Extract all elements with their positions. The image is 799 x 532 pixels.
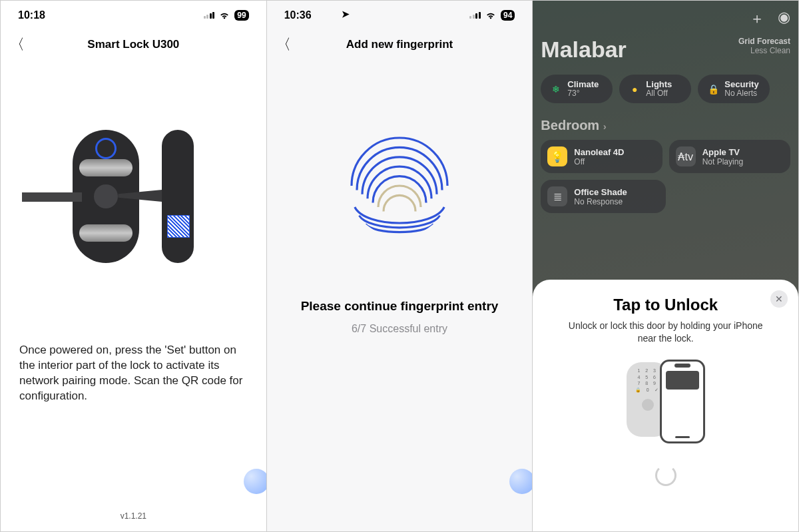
pill-sub: No Alerts (724, 89, 758, 98)
sheet-title: Tap to Unlock (545, 296, 786, 314)
accessory-icon: 💡 (547, 146, 567, 166)
accessory-tile-nanoleaf-4d[interactable]: 💡Nanoleaf 4DOff (541, 140, 662, 173)
tap-to-unlock-sheet: ✕ Tap to Unlock Unlock or lock this door… (533, 280, 798, 531)
lock-led-ring (95, 138, 117, 159)
home-name[interactable]: Malabar (541, 37, 627, 63)
accessory-status: Not Playing (702, 157, 743, 166)
accessory-tile-apple-tv[interactable]: ₳tvApple TVNot Playing (669, 140, 790, 173)
pill-sub: All Off (646, 89, 672, 98)
page-title: Smart Lock U300 (87, 38, 179, 51)
status-bar: 10:18 99 (1, 1, 266, 30)
accessory-tile-office-shade[interactable]: ≣Office ShadeNo Response (541, 180, 665, 213)
fingerprint-message: Please continue fingerprint entry (267, 299, 533, 314)
status-pill-climate[interactable]: ❄︎Climate73° (541, 75, 613, 103)
battery-percent: 99 (234, 10, 248, 21)
status-icon: ● (629, 83, 641, 95)
loading-spinner (655, 465, 676, 486)
status-pill-security[interactable]: 🔒SecurityNo Alerts (698, 75, 770, 103)
pill-label: Security (724, 80, 758, 89)
sheet-subtitle: Unlock or lock this door by holding your… (545, 320, 786, 345)
accessory-icon: ≣ (547, 186, 567, 206)
grid-forecast[interactable]: Grid Forecast Less Clean (738, 37, 790, 55)
battery-slot (79, 224, 133, 242)
cellular-icon (204, 12, 215, 19)
accessory-icon: ₳tv (676, 146, 696, 166)
accessory-name: Office Shade (574, 187, 627, 197)
location-icon: ➤ (342, 9, 350, 19)
nav-bar: 〈 Smart Lock U300 (1, 30, 266, 59)
status-icon: 🔒 (707, 83, 719, 95)
cellular-icon (469, 12, 481, 19)
accessory-status: Off (574, 157, 624, 166)
screen-smart-lock-setup: 10:18 99 〈 Smart Lock U300 (1, 1, 267, 531)
status-time: 10:18 (18, 9, 45, 21)
status-icon: ❄︎ (550, 83, 562, 95)
floating-badge[interactable] (509, 469, 533, 494)
fingerprint-progress: 6/7 Successful entry (267, 323, 533, 335)
nfc-illustration: 1 2 34 5 67 8 9🔒 0 ✓ (545, 362, 786, 443)
broadcast-button[interactable]: ◉ (778, 9, 790, 29)
door-handle (22, 192, 82, 202)
status-bar: 10:36➤ 94 (267, 1, 533, 30)
version-label: v1.1.21 (121, 511, 146, 521)
wifi-icon (219, 11, 230, 19)
product-illustration (1, 97, 266, 296)
iphone-icon (660, 360, 705, 443)
screen-home-app: ＋ ◉ Malabar Grid Forecast Less Clean ❄︎C… (533, 1, 798, 531)
chevron-right-icon: › (603, 121, 607, 132)
fingerprint-icon (346, 133, 453, 239)
accessory-name: Apple TV (702, 147, 743, 157)
accessory-name: Nanoleaf 4D (574, 147, 624, 157)
screen-add-fingerprint: 10:36➤ 94 〈 Add new fingerprint (267, 1, 533, 531)
page-title: Add new fingerprint (346, 38, 453, 51)
nav-bar: 〈 Add new fingerprint (267, 30, 533, 59)
add-button[interactable]: ＋ (750, 9, 764, 29)
accessory-status: No Response (574, 197, 627, 206)
back-button[interactable]: 〈 (10, 37, 25, 52)
back-button[interactable]: 〈 (276, 37, 291, 52)
lock-side-view (162, 130, 194, 263)
wifi-icon (485, 11, 496, 19)
status-pill-lights[interactable]: ●LightsAll Off (619, 75, 691, 103)
setup-instructions: Once powered on, press the 'Set' button … (1, 343, 266, 404)
qr-code-icon (167, 215, 190, 238)
status-time: 10:36➤ (284, 9, 312, 21)
room-section-bedroom[interactable]: Bedroom › (541, 118, 790, 133)
battery-percent: 94 (501, 10, 515, 21)
pill-label: Lights (646, 80, 672, 89)
close-button[interactable]: ✕ (770, 290, 788, 308)
thumb-turn (94, 184, 118, 208)
floating-badge[interactable] (244, 469, 267, 494)
battery-slot (79, 159, 133, 176)
pill-sub: 73° (567, 89, 599, 98)
pill-label: Climate (567, 80, 599, 89)
